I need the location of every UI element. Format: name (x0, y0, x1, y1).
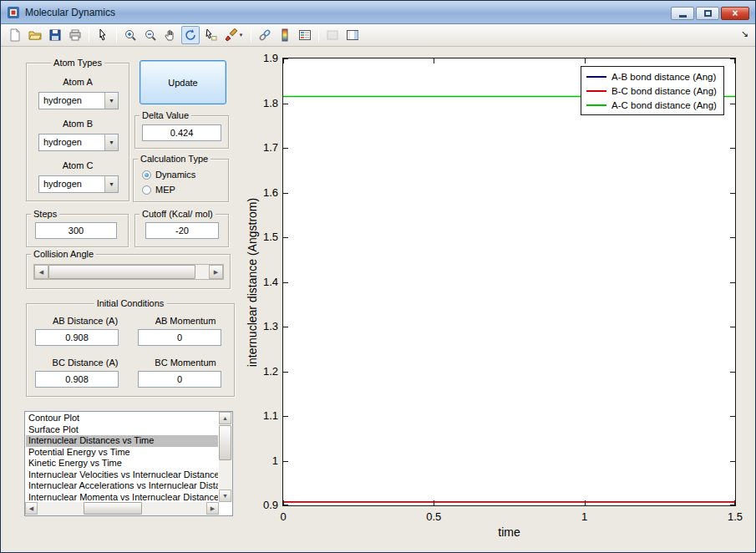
title-bar[interactable]: Molecular Dynamics × (1, 1, 755, 24)
atom-c-combobox[interactable]: hydrogen ▼ (38, 175, 119, 193)
close-button[interactable]: × (721, 7, 749, 20)
delta-value-field[interactable]: 0.424 (142, 124, 221, 141)
print-button[interactable] (66, 26, 84, 44)
calculation-type-groupbox: Calculation Type Dynamics MEP (133, 159, 229, 202)
collision-angle-slider[interactable]: ◀ ▶ (33, 264, 224, 280)
vertical-scroll-thumb[interactable] (219, 425, 231, 460)
bc-momentum-field[interactable]: 0 (138, 371, 221, 388)
x-axis-label: time (498, 525, 520, 539)
dock-figure-arrow-icon[interactable]: ↘ (741, 29, 748, 38)
steps-field[interactable]: 300 (35, 222, 117, 239)
insert-colorbar-button[interactable] (276, 26, 294, 44)
rotate-3d-button[interactable] (181, 26, 200, 44)
steps-groupbox: Steps 300 (26, 214, 129, 247)
zoom-in-button[interactable] (121, 26, 140, 44)
initial-conditions-title: Initial Conditions (94, 298, 167, 308)
pan-button[interactable] (161, 26, 180, 44)
legend-entry: A-C bond distance (Ang) (586, 98, 718, 112)
toolbar-separator (116, 28, 117, 43)
maximize-button[interactable] (696, 7, 719, 20)
legend-label: B-C bond distance (Ang) (611, 86, 717, 96)
link-plot-button[interactable] (256, 26, 274, 44)
x-tick-label: 1.5 (718, 510, 752, 523)
legend-line-sample (586, 104, 606, 106)
window-controls: × (671, 7, 749, 20)
atom-a-combobox[interactable]: hydrogen ▼ (38, 92, 119, 109)
cutoff-title: Cutoff (Kcal/ mol) (140, 209, 216, 219)
figure-toolbar: ▼ (1, 24, 755, 47)
y-tick-label: 1.9 (250, 52, 278, 64)
plot-axes[interactable]: internuclear distance (Angstrom) time A-… (282, 58, 736, 506)
scroll-right-arrow-icon[interactable]: ▶ (206, 502, 219, 515)
slider-left-arrow-icon[interactable]: ◀ (34, 265, 48, 279)
app-window: Molecular Dynamics × (0, 0, 756, 553)
ab-momentum-field[interactable]: 0 (138, 329, 221, 346)
scroll-left-arrow-icon[interactable]: ◀ (25, 502, 38, 515)
list-item-selected[interactable]: Internuclear Distances vs Time (26, 435, 218, 447)
brush-button[interactable]: ▼ (221, 26, 246, 44)
plot-type-listbox[interactable]: Contour Plot Surface Plot Internuclear D… (24, 411, 233, 516)
scroll-up-arrow-icon[interactable]: ▲ (219, 412, 231, 424)
initial-conditions-groupbox: Initial Conditions AB Distance (A) AB Mo… (26, 303, 235, 397)
dynamics-radio-button[interactable] (142, 170, 151, 180)
atom-b-dropdown-arrow-icon[interactable]: ▼ (104, 134, 118, 150)
calculation-type-title: Calculation Type (138, 154, 211, 164)
list-item[interactable]: Kinetic Energy vs Time (26, 458, 218, 469)
open-file-button[interactable] (26, 26, 44, 44)
list-item[interactable]: Internuclear Momenta vs Internuclear Dis… (26, 492, 218, 502)
y-tick-label: 1.5 (250, 231, 278, 243)
minimize-icon (679, 15, 687, 18)
list-item[interactable]: Internuclear Accelerations vs Internucle… (26, 480, 218, 492)
y-tick-label: 0.9 (250, 499, 278, 511)
legend-label: A-B bond distance (Ang) (611, 72, 716, 82)
show-plot-tools-button[interactable] (343, 26, 362, 44)
bc-distance-field[interactable]: 0.908 (35, 371, 119, 388)
x-tick-label: 1 (568, 510, 601, 523)
close-icon: × (732, 8, 738, 18)
insert-legend-button[interactable] (296, 26, 314, 44)
cutoff-field[interactable]: -20 (145, 222, 219, 239)
data-cursor-icon (204, 28, 217, 42)
horizontal-scrollbar[interactable]: ◀ ▶ (25, 502, 219, 515)
brush-dropdown-arrow-icon[interactable]: ▼ (239, 33, 244, 38)
pan-hand-icon (164, 28, 177, 42)
y-tick-label: 1.2 (250, 365, 278, 378)
vertical-scrollbar[interactable]: ▲ ▼ (219, 412, 232, 502)
ab-distance-field[interactable]: 0.908 (35, 329, 119, 346)
delta-value-groupbox: Delta Value 0.424 (134, 115, 229, 149)
horizontal-scroll-thumb[interactable] (84, 502, 142, 515)
pointer-tool-button[interactable] (94, 26, 112, 44)
dynamics-radio-row[interactable]: Dynamics (142, 169, 195, 180)
list-item[interactable]: Potential Energy vs Time (26, 447, 218, 459)
list-item[interactable]: Internuclear Velocities vs Internuclear … (26, 469, 218, 481)
data-cursor-button[interactable] (201, 26, 220, 44)
atom-types-groupbox: Atom Types Atom A hydrogen ▼ Atom B hydr… (26, 63, 129, 201)
atom-b-combobox[interactable]: hydrogen ▼ (38, 134, 119, 151)
mep-radio-row[interactable]: MEP (142, 184, 175, 195)
list-item[interactable]: Contour Plot (26, 413, 218, 424)
delta-value-title: Delta Value (140, 110, 191, 120)
atom-c-value: hydrogen (43, 176, 82, 192)
pointer-icon (96, 28, 109, 42)
scroll-down-arrow-icon[interactable]: ▼ (219, 490, 231, 502)
atom-c-dropdown-arrow-icon[interactable]: ▼ (104, 176, 118, 192)
cutoff-groupbox: Cutoff (Kcal/ mol) -20 (134, 214, 229, 247)
atom-b-value: hydrogen (43, 134, 82, 150)
minimize-button[interactable] (671, 7, 694, 20)
plot-legend[interactable]: A-B bond distance (Ang)B-C bond distance… (581, 66, 724, 115)
list-item[interactable]: Surface Plot (26, 424, 218, 436)
plot-series-layer (283, 58, 735, 505)
hide-plot-tools-button (323, 26, 342, 44)
toolbar-separator (318, 28, 319, 43)
atom-a-dropdown-arrow-icon[interactable]: ▼ (104, 93, 118, 109)
slider-right-arrow-icon[interactable]: ▶ (209, 265, 223, 279)
save-button[interactable] (46, 26, 64, 44)
slider-thumb[interactable] (48, 265, 195, 279)
mep-radio-button[interactable] (142, 185, 151, 195)
hide-plot-tools-icon (326, 28, 339, 42)
atom-a-label: Atom A (27, 77, 129, 87)
zoom-out-button[interactable] (141, 26, 160, 44)
update-button[interactable]: Update (140, 60, 226, 104)
new-file-button[interactable] (6, 26, 24, 44)
collision-angle-groupbox: Collision Angle ◀ ▶ (26, 254, 231, 289)
